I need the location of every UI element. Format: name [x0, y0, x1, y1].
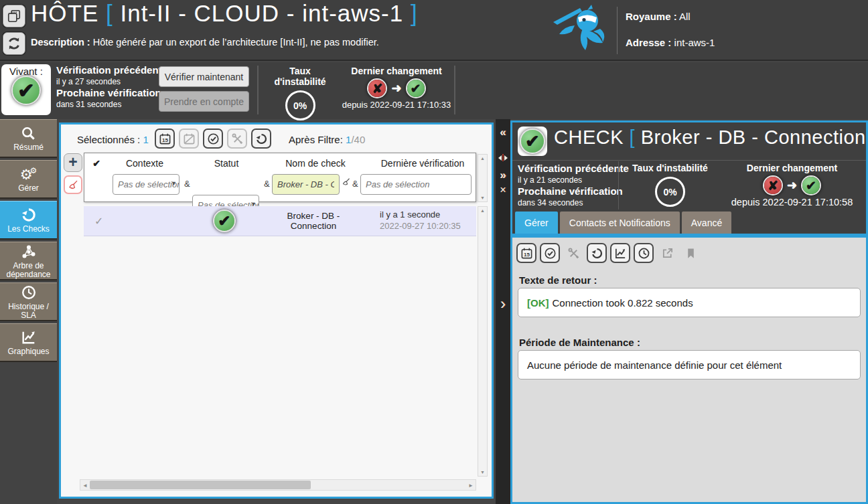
schedule-check-button[interactable]: 15	[155, 129, 175, 149]
retry-check-button[interactable]	[251, 129, 271, 149]
sidebar-item-resume[interactable]: Résumé	[0, 119, 57, 158]
scroll-right-icon[interactable]: ►	[468, 483, 474, 489]
check-detail-body: 15	[510, 236, 868, 504]
tools-button[interactable]	[563, 243, 583, 263]
maintenance-label: Période de Maintenance :	[519, 337, 640, 348]
check-now-button[interactable]: Vérifier maintenant	[159, 66, 249, 87]
sidebar-item-label: Graphiques	[7, 347, 49, 356]
address-info: Adresse : int-aws-1	[626, 37, 715, 48]
transition-arrow-icon: ➜	[787, 178, 797, 193]
filter-and-separator: &	[264, 179, 270, 189]
tab-contacts-et-notifications[interactable]: Contacts et Notifications	[560, 212, 680, 234]
clock-icon	[21, 284, 37, 301]
check-times: Vérification précédente il y a 21 second…	[518, 163, 629, 208]
magnifier-icon	[20, 124, 37, 142]
column-header-contexte: Contexte	[126, 158, 163, 169]
gears-icon: ⚙⚙	[20, 165, 38, 183]
output-label: Texte de retour :	[519, 274, 597, 286]
resize-handle-icon[interactable]	[496, 154, 510, 161]
instability-circle: 0%	[655, 177, 685, 207]
ok-status-icon: ✔	[521, 130, 544, 153]
refresh-button[interactable]	[3, 32, 25, 55]
sidebar-item-historique-sla[interactable]: Historique / SLA	[0, 282, 57, 321]
ok-status-icon: ✔	[214, 211, 234, 231]
sidebar-item-label: Gérer	[18, 184, 39, 193]
tools-button[interactable]	[227, 129, 247, 149]
column-header-statut: Statut	[214, 158, 239, 169]
ok-status-icon: ✔	[407, 80, 425, 97]
clone-window-button[interactable]	[3, 5, 25, 27]
acknowledge-button[interactable]: Prendre en compte	[159, 91, 249, 112]
bookmark-button[interactable]	[680, 243, 701, 263]
sidebar-item-gerer[interactable]: ⚙⚙ Gérer	[0, 160, 57, 199]
scroll-up-icon[interactable]: ▲	[478, 208, 487, 213]
host-description: Description : Hôte généré par un export …	[31, 37, 379, 48]
monitoring-app: HÔTE [ Int-II - CLOUD - int-aws-1 ] Desc…	[0, 0, 868, 504]
select-all-column-header[interactable]: ✔	[92, 158, 100, 169]
refresh-icon	[7, 36, 21, 51]
filter-and-separator: &	[352, 179, 358, 189]
acknowledge-checks-button[interactable]	[203, 129, 223, 149]
panel-splitter[interactable]: « » × ›	[496, 119, 510, 504]
unschedule-check-button[interactable]	[179, 129, 199, 149]
header-scrollbar[interactable]: ▲ ▼	[478, 154, 488, 202]
page-title: HÔTE [ Int-II - CLOUD - int-aws-1 ]	[31, 0, 418, 27]
ok-status-icon: ✔	[13, 77, 40, 104]
last-check-filter-input[interactable]	[360, 174, 472, 195]
close-icon[interactable]: ×	[496, 184, 510, 196]
host-status-bar: Vivant : ✔ Vérification précédente il y …	[0, 62, 868, 119]
external-link-button[interactable]	[657, 243, 677, 263]
sidebar-item-label: Les Checks	[7, 225, 50, 234]
add-filter-button[interactable]: +	[64, 153, 82, 172]
sidebar-item-les-checks[interactable]: Les Checks	[0, 201, 57, 240]
sidebar-item-graphiques[interactable]: Graphiques	[0, 323, 57, 362]
context-filter-select[interactable]: Pas de sélection ▼	[113, 174, 179, 195]
acknowledge-button[interactable]	[540, 243, 560, 263]
retry-check-button[interactable]	[587, 243, 607, 263]
sidebar-item-label: Résumé	[13, 143, 44, 152]
scroll-down-icon[interactable]: ▼	[478, 195, 487, 200]
selected-count: Sélectionnés : 1	[77, 134, 149, 145]
status-divider	[257, 66, 259, 114]
check-last-change: Dernier changement ✘ ➜ ✔ depuis 2022-09-…	[720, 163, 864, 207]
window-clone-icon	[7, 9, 21, 23]
tab-gerer[interactable]: Gérer	[515, 212, 558, 234]
history-button[interactable]	[634, 243, 654, 263]
check-name-filter-input[interactable]	[272, 174, 340, 195]
scroll-down-icon[interactable]: ▼	[478, 470, 487, 475]
realm-info: Royaume : All	[626, 11, 691, 22]
last-check-cell: il y a 1 seconde 2022-09-27 10:20:35	[380, 209, 461, 232]
table-row-broker-db-connection[interactable]: ✓ ✔ Broker - DB - Connection il y a 1 se…	[84, 206, 476, 236]
collapse-left-icon[interactable]: «	[496, 126, 510, 139]
scroll-up-icon[interactable]: ▲	[478, 156, 487, 161]
header-divider	[617, 7, 618, 54]
row-selected-check-icon[interactable]: ✓	[94, 215, 103, 228]
collapse-right-icon[interactable]: »	[496, 169, 510, 182]
sidebar-item-arbre-de-dependance[interactable]: Arbre de dépendance	[0, 242, 57, 280]
chevron-right-icon[interactable]: ›	[496, 295, 510, 313]
checks-toolbar: 15	[155, 129, 271, 149]
dependency-tree-icon	[21, 243, 37, 260]
line-chart-icon	[21, 329, 37, 346]
clear-name-filter-icon[interactable]	[342, 177, 351, 198]
graph-button[interactable]	[610, 243, 630, 263]
alive-status-box: Vivant : ✔	[1, 64, 51, 115]
scrollbar-thumb[interactable]	[90, 481, 311, 489]
horizontal-scrollbar[interactable]: ◄ ►	[80, 479, 476, 491]
schedule-check-button[interactable]: 15	[516, 243, 536, 263]
checks-list-panel: Sélectionnés : 1 15	[59, 122, 494, 499]
divider	[618, 161, 619, 209]
divider	[512, 160, 866, 161]
output-text: Connection took 0.822 seconds	[553, 297, 693, 309]
after-filter-count: Après Filtre: 1/40	[289, 134, 463, 145]
clear-filters-button[interactable]	[64, 175, 82, 194]
shinken-ninja-logo	[549, 2, 609, 60]
scroll-left-icon[interactable]: ◄	[82, 483, 88, 489]
rows-scrollbar[interactable]: ▲ ▼	[478, 206, 488, 477]
instability-circle: 0%	[285, 90, 315, 120]
error-status-icon: ✘	[368, 80, 386, 97]
alive-label: Vivant :	[1, 66, 51, 77]
maintenance-text: Aucune période de maintenance définie po…	[527, 359, 782, 371]
error-status-icon: ✘	[764, 177, 782, 194]
tab-avance[interactable]: Avancé	[682, 212, 731, 234]
